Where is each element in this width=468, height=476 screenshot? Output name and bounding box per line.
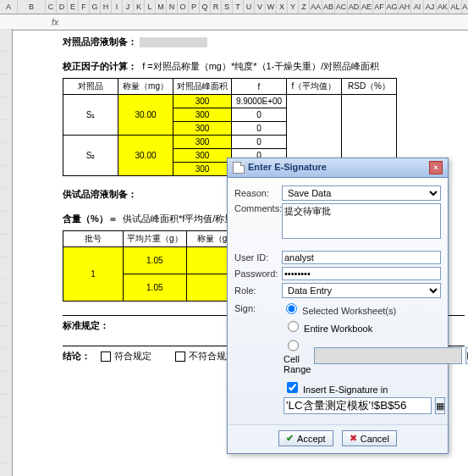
col-B[interactable]: B bbox=[18, 0, 46, 14]
radio-workbook[interactable]: Entire Workbook bbox=[284, 318, 372, 334]
section1-title: 对照品溶液制备： bbox=[63, 36, 465, 48]
checkbox-not-conform[interactable] bbox=[175, 351, 185, 362]
col-M[interactable]: M bbox=[156, 0, 167, 14]
col-AM[interactable]: AM bbox=[462, 0, 468, 14]
password-label: Password: bbox=[234, 268, 282, 279]
cellrange-input[interactable] bbox=[314, 347, 462, 364]
col-S[interactable]: S bbox=[222, 0, 233, 14]
col-O[interactable]: O bbox=[178, 0, 189, 14]
col-AC[interactable]: AC bbox=[335, 0, 348, 14]
password-input[interactable] bbox=[282, 267, 441, 280]
col-AK[interactable]: AK bbox=[437, 0, 449, 14]
comments-input[interactable]: 提交待审批 bbox=[282, 203, 441, 239]
radio-cellrange[interactable]: Cell Range bbox=[284, 336, 311, 374]
col-L[interactable]: L bbox=[145, 0, 156, 14]
correction-factor-line: 校正因子的计算： f =对照品称量（mg）*纯度*（1-干燥失重）/对照品峰面积 bbox=[63, 60, 465, 73]
comments-label: Comments: bbox=[234, 203, 282, 213]
col-D[interactable]: D bbox=[57, 0, 68, 14]
col-AH[interactable]: AH bbox=[399, 0, 411, 14]
col-AG[interactable]: AG bbox=[386, 0, 399, 14]
x-icon: ✖ bbox=[350, 433, 357, 444]
dialog-titlebar[interactable]: Enter E-Signature × bbox=[228, 158, 448, 178]
col-E[interactable]: E bbox=[68, 0, 79, 14]
role-label: Role: bbox=[234, 285, 282, 296]
col-A[interactable]: A bbox=[0, 0, 18, 14]
sign-label: Sign: bbox=[234, 303, 282, 313]
userid-label: User ID: bbox=[234, 252, 282, 263]
cancel-button[interactable]: ✖Cancel bbox=[342, 430, 397, 446]
dialog-icon bbox=[233, 162, 245, 174]
col-U[interactable]: U bbox=[244, 0, 255, 14]
fx-label: fx bbox=[48, 18, 62, 27]
col-F[interactable]: F bbox=[79, 0, 90, 14]
esignature-dialog: Enter E-Signature × Reason: Save Data Co… bbox=[227, 158, 449, 454]
close-icon[interactable]: × bbox=[429, 161, 443, 174]
row-headers bbox=[0, 29, 13, 476]
col-AA[interactable]: AA bbox=[310, 0, 322, 14]
radio-selected-ws[interactable]: Selected Worksheet(s) bbox=[282, 306, 396, 316]
col-AL[interactable]: AL bbox=[449, 0, 462, 14]
col-T[interactable]: T bbox=[233, 0, 244, 14]
reason-select[interactable]: Save Data bbox=[282, 185, 441, 201]
col-AI[interactable]: AI bbox=[411, 0, 424, 14]
col-G[interactable]: G bbox=[90, 0, 101, 14]
col-AD[interactable]: AD bbox=[348, 0, 361, 14]
col-C[interactable]: C bbox=[46, 0, 57, 14]
col-Q[interactable]: Q bbox=[200, 0, 211, 14]
col-AF[interactable]: AF bbox=[373, 0, 386, 14]
col-X[interactable]: X bbox=[277, 0, 288, 14]
insert-picker-icon[interactable]: ▦ bbox=[435, 397, 445, 414]
insert-checkbox[interactable]: Insert E-Signature in bbox=[284, 379, 388, 396]
checkbox-conform[interactable] bbox=[101, 351, 111, 362]
col-AE[interactable]: AE bbox=[361, 0, 373, 14]
userid-input[interactable] bbox=[282, 251, 441, 264]
col-Z[interactable]: Z bbox=[299, 0, 310, 14]
table-row: S₁30.003009.9000E+00 bbox=[63, 95, 397, 108]
col-I[interactable]: I bbox=[112, 0, 123, 14]
insert-location-input[interactable] bbox=[284, 397, 432, 414]
col-AJ[interactable]: AJ bbox=[424, 0, 437, 14]
col-W[interactable]: W bbox=[266, 0, 277, 14]
col-J[interactable]: J bbox=[123, 0, 134, 14]
role-select[interactable]: Data Entry bbox=[282, 283, 441, 298]
col-H[interactable]: H bbox=[101, 0, 112, 14]
column-headers: ABCDEFGHIJKLMNOPQRSTUVWXYZAAABACADAEAFAG… bbox=[0, 0, 468, 14]
reason-label: Reason: bbox=[234, 188, 282, 198]
accept-button[interactable]: ✔Accept bbox=[278, 430, 333, 446]
col-P[interactable]: P bbox=[189, 0, 200, 14]
col-R[interactable]: R bbox=[211, 0, 222, 14]
col-Y[interactable]: Y bbox=[288, 0, 299, 14]
col-AB[interactable]: AB bbox=[322, 0, 335, 14]
col-K[interactable]: K bbox=[134, 0, 145, 14]
placeholder-strip bbox=[140, 37, 207, 47]
col-N[interactable]: N bbox=[167, 0, 178, 14]
col-V[interactable]: V bbox=[255, 0, 266, 14]
check-icon: ✔ bbox=[286, 433, 294, 444]
